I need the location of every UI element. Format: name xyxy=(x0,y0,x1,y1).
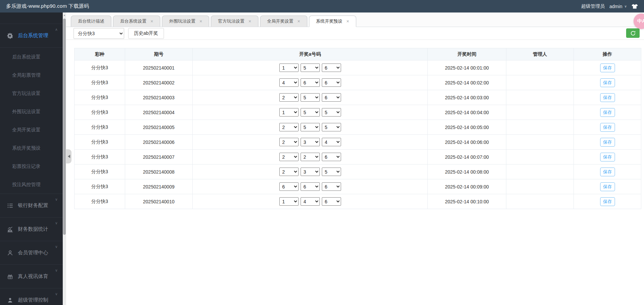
header-manager: 管理人 xyxy=(506,48,574,60)
cell-lottery: 分分快3 xyxy=(75,75,125,90)
sidebar-subitem[interactable]: 官方玩法设置 xyxy=(0,84,63,102)
cell-time: 2025-02-14 00:05:00 xyxy=(428,120,506,135)
cell-actions: 保存 xyxy=(574,90,641,105)
sidebar-subitem[interactable]: 全局开奖设置 xyxy=(0,121,63,139)
number-select[interactable]: 5 xyxy=(301,108,320,117)
number-select[interactable]: 3 xyxy=(301,138,320,146)
user-menu[interactable]: admin ∨ xyxy=(610,4,627,9)
save-button[interactable]: 保存 xyxy=(600,78,615,87)
table-row: 分分快3 202502140007 226 2025-02-14 00:07:0… xyxy=(75,150,641,164)
number-select[interactable]: 6 xyxy=(322,63,341,72)
tab[interactable]: 全局开奖设置 × xyxy=(260,16,307,27)
sidebar-subitem-label: 彩票投注记录 xyxy=(12,163,40,169)
member-icon xyxy=(7,250,13,256)
number-select[interactable]: 6 xyxy=(322,78,341,87)
number-select[interactable]: 6 xyxy=(322,93,341,102)
scrollbar-thumb[interactable] xyxy=(63,19,66,235)
sidebar-scrollbar[interactable]: ▲ xyxy=(63,12,66,305)
number-select[interactable]: 2 xyxy=(279,168,299,176)
save-button[interactable]: 保存 xyxy=(600,153,615,161)
sidebar-subitem[interactable]: 全局彩票管理 xyxy=(0,66,63,84)
sidebar-subitem[interactable]: 后台系统设置 xyxy=(0,48,63,66)
number-select[interactable]: 5 xyxy=(301,63,320,72)
header-time: 开奖时间 xyxy=(428,48,506,60)
number-select[interactable]: 2 xyxy=(279,123,299,131)
number-select[interactable]: 3 xyxy=(301,168,320,176)
sidebar: 后台系统管理 ∧ 后台系统设置 全局彩票管理 官方玩法设置 外围玩法设置 全局开… xyxy=(0,12,63,305)
number-select[interactable]: 4 xyxy=(301,197,320,206)
number-select[interactable]: 1 xyxy=(279,108,299,117)
sidebar-subitem[interactable]: 系统开奖预设 xyxy=(0,139,63,157)
save-button[interactable]: 保存 xyxy=(600,168,615,176)
number-select[interactable]: 6 xyxy=(322,153,341,161)
number-select[interactable]: 6 xyxy=(301,78,320,87)
lottery-type-select[interactable]: 分分快3 xyxy=(74,28,124,39)
tab-close-icon[interactable]: × xyxy=(298,19,300,24)
number-select[interactable]: 5 xyxy=(322,108,341,117)
save-button[interactable]: 保存 xyxy=(600,63,615,72)
cell-numbers: 155 xyxy=(193,105,428,120)
number-select[interactable]: 2 xyxy=(279,153,299,161)
chevron-icon: ∨ xyxy=(55,197,58,202)
number-select[interactable]: 6 xyxy=(301,182,320,191)
cell-issue: 202502140005 xyxy=(125,120,193,135)
save-button[interactable]: 保存 xyxy=(600,123,615,132)
save-button[interactable]: 保存 xyxy=(600,93,615,102)
number-select[interactable]: 5 xyxy=(301,123,320,131)
tab[interactable]: 系统开奖预设 × xyxy=(309,16,356,27)
sidebar-group[interactable]: 银行财务配置 ∨ xyxy=(0,194,63,217)
number-select[interactable]: 6 xyxy=(279,182,299,191)
save-button[interactable]: 保存 xyxy=(600,108,615,117)
sidebar-group[interactable]: 会员管理中心 ∨ xyxy=(0,241,63,264)
gift-icon xyxy=(7,273,13,280)
tab[interactable]: 官方玩法设置 × xyxy=(211,16,258,27)
tab-close-icon[interactable]: × xyxy=(199,19,202,24)
chevron-icon: ∨ xyxy=(55,292,58,296)
number-select[interactable]: 1 xyxy=(279,63,299,72)
save-button[interactable]: 保存 xyxy=(600,138,615,147)
refresh-button[interactable] xyxy=(626,28,640,38)
tab[interactable]: 后台统计描述 × xyxy=(71,16,111,27)
number-select[interactable]: 4 xyxy=(322,138,341,146)
tab[interactable]: 外围玩法设置 × xyxy=(162,16,209,27)
save-button[interactable]: 保存 xyxy=(600,182,615,191)
sidebar-group[interactable]: 真人视讯体育 ∨ xyxy=(0,264,63,288)
number-select[interactable]: 2 xyxy=(279,138,299,146)
sidebar-group[interactable]: 财务数据统计 ∨ xyxy=(0,217,63,241)
number-select[interactable]: 6 xyxy=(322,197,341,206)
number-select[interactable]: 6 xyxy=(322,182,341,191)
cell-issue: 202502140003 xyxy=(125,90,193,105)
number-select[interactable]: 5 xyxy=(322,123,341,131)
cell-manager xyxy=(506,105,574,120)
cell-manager xyxy=(506,120,574,135)
sidebar-subitem[interactable]: 投注风控管理 xyxy=(0,175,63,194)
number-select[interactable]: 4 xyxy=(279,78,299,87)
sidebar-group[interactable]: 后台系统管理 ∧ xyxy=(0,24,63,47)
sidebar-group[interactable]: 超级管理控制 ∨ xyxy=(0,288,63,305)
sidebar-collapse-handle[interactable] xyxy=(66,149,72,163)
number-select[interactable]: 1 xyxy=(279,197,299,206)
tab-close-icon[interactable]: × xyxy=(346,19,349,24)
refresh-icon xyxy=(630,30,636,36)
sidebar-subitem[interactable]: 彩票投注记录 xyxy=(0,157,63,175)
tab[interactable]: 后台系统设置 × xyxy=(113,16,160,27)
sidebar-subitem[interactable]: 外围玩法设置 xyxy=(0,102,63,121)
table-row: 分分快3 202502140006 234 2025-02-14 00:06:0… xyxy=(75,135,641,150)
history-ab-button[interactable]: 历史ab开奖 xyxy=(128,28,164,39)
scroll-up-arrow-icon[interactable]: ▲ xyxy=(63,14,66,16)
tab-close-icon[interactable]: × xyxy=(150,19,153,24)
number-select[interactable]: 5 xyxy=(322,168,341,176)
table-row: 分分快3 202502140002 466 2025-02-14 00:02:0… xyxy=(75,75,641,90)
table-row: 分分快3 202502140005 255 2025-02-14 00:05:0… xyxy=(75,120,641,135)
table-row: 分分快3 202502140004 155 2025-02-14 00:04:0… xyxy=(75,105,641,120)
number-select[interactable]: 2 xyxy=(279,93,299,102)
save-button[interactable]: 保存 xyxy=(600,197,615,206)
number-select[interactable]: 5 xyxy=(301,93,320,102)
cell-time: 2025-02-14 00:10:00 xyxy=(428,194,506,209)
theme-shirt-icon[interactable] xyxy=(632,4,638,9)
tab-label: 后台系统设置 xyxy=(120,18,146,24)
cell-manager xyxy=(506,135,574,150)
sidebar-subitem-label: 官方玩法设置 xyxy=(12,91,40,96)
number-select[interactable]: 2 xyxy=(301,153,320,161)
tab-close-icon[interactable]: × xyxy=(248,19,251,24)
